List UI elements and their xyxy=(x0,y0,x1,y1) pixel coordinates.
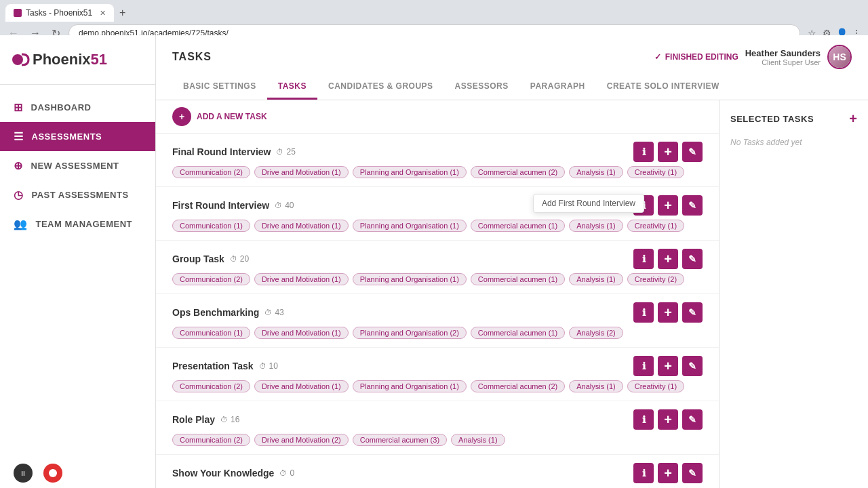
task-tag: Analysis (1) xyxy=(569,166,623,178)
task-item: Show Your Knowledge ⏱ 0 ℹ + ✎ xyxy=(156,455,719,488)
header-top: TASKS ✓ FINISHED EDITING Heather Saunder… xyxy=(172,35,852,75)
record-dot xyxy=(49,469,57,477)
task-edit-btn[interactable]: ✎ xyxy=(682,142,703,162)
tasks-list-panel: + ADD A NEW TASK Final Round Interview ⏱… xyxy=(156,100,719,488)
sidebar-item-dashboard-label: DASHBOARD xyxy=(31,102,92,113)
task-edit-btn[interactable]: ✎ xyxy=(682,195,703,216)
dashboard-icon: ⊞ xyxy=(14,101,23,114)
sidebar-item-past-assessments[interactable]: ◷ PAST ASSESSMENTS xyxy=(0,180,155,209)
tab-bar: Tasks - Phoenix51 ✕ + xyxy=(0,0,868,22)
svg-text:+: + xyxy=(179,111,184,122)
task-info-btn[interactable]: ℹ xyxy=(633,195,654,216)
new-tab-btn[interactable]: + xyxy=(114,4,131,22)
task-name: First Round Interview xyxy=(172,200,269,211)
tooltip-add-first-round: Add First Round Interview xyxy=(533,194,644,213)
main-content: TASKS ✓ FINISHED EDITING Heather Saunder… xyxy=(156,35,868,488)
task-actions: ℹ + ✎ xyxy=(633,463,703,483)
task-header: Ops Benchmarking ⏱ 43 ℹ + ✎ xyxy=(172,302,703,323)
task-tag: Planning and Organisation (2) xyxy=(353,327,467,339)
selected-tasks-add-icon[interactable]: + xyxy=(849,111,857,127)
task-tag: Drive and Motivation (1) xyxy=(254,380,349,392)
tab-tasks[interactable]: TASKS xyxy=(267,75,317,100)
task-info-btn[interactable]: ℹ xyxy=(633,302,654,323)
task-tag: Communication (1) xyxy=(172,327,250,339)
task-duration: 43 xyxy=(275,308,283,317)
task-tag: Commercial acumen (2) xyxy=(471,380,565,392)
task-tag: Commercial acumen (1) xyxy=(471,327,565,339)
add-task-btn[interactable]: + ADD A NEW TASK xyxy=(172,107,267,126)
task-add-btn[interactable]: + xyxy=(658,195,678,216)
task-tag: Planning and Organisation (1) xyxy=(353,380,467,392)
task-add-btn[interactable]: + xyxy=(658,249,678,269)
tab-assessors[interactable]: ASSESSORS xyxy=(444,75,519,100)
sidebar-item-assessments[interactable]: ☰ ASSESSMENTS xyxy=(0,122,155,151)
task-edit-btn[interactable]: ✎ xyxy=(682,249,703,269)
task-tag: Creativity (1) xyxy=(627,166,684,178)
record-btn[interactable] xyxy=(43,464,62,483)
page-title-text: TASKS xyxy=(172,51,212,62)
task-tag: Commercial acumen (1) xyxy=(471,220,565,232)
task-edit-btn[interactable]: ✎ xyxy=(682,463,703,483)
task-edit-btn[interactable]: ✎ xyxy=(682,302,703,323)
clock-icon: ⏱ xyxy=(279,469,287,477)
task-info-btn[interactable]: ℹ xyxy=(633,142,654,162)
task-tag: Communication (2) xyxy=(172,166,250,178)
task-tag: Planning and Organisation (1) xyxy=(353,273,467,285)
active-tab[interactable]: Tasks - Phoenix51 ✕ xyxy=(5,4,114,22)
task-tag: Communication (2) xyxy=(172,434,250,446)
task-add-btn[interactable]: + xyxy=(658,409,678,430)
task-add-btn[interactable]: + xyxy=(658,356,678,376)
selected-panel: SELECTED TASKS + No Tasks added yet xyxy=(719,100,868,488)
task-add-btn[interactable]: + xyxy=(658,463,678,483)
user-name: Heather Saunders xyxy=(745,48,821,58)
task-actions: ℹ + ✎ xyxy=(633,356,703,376)
task-tags: Communication (2)Drive and Motivation (1… xyxy=(172,380,703,392)
task-edit-btn[interactable]: ✎ xyxy=(682,409,703,430)
sidebar-item-dashboard[interactable]: ⊞ DASHBOARD xyxy=(0,93,155,122)
finished-editing-btn[interactable]: ✓ FINISHED EDITING xyxy=(654,52,738,62)
task-tags: Communication (2)Drive and Motivation (1… xyxy=(172,166,703,178)
clock-icon: ⏱ xyxy=(276,148,283,156)
tab-basic-settings[interactable]: BASIC SETTINGS xyxy=(172,75,267,100)
task-add-btn[interactable]: + xyxy=(658,142,678,162)
pause-icon: ⏸ xyxy=(20,470,26,477)
task-name: Group Task xyxy=(172,253,224,264)
task-tag: Drive and Motivation (1) xyxy=(254,327,349,339)
task-tag: Creativity (1) xyxy=(627,380,684,392)
play-pause-btn[interactable]: ⏸ xyxy=(14,464,33,483)
task-title-row: Role Play ⏱ 16 xyxy=(172,414,239,425)
task-tag: Analysis (1) xyxy=(569,220,623,232)
task-tag: Drive and Motivation (1) xyxy=(254,166,349,178)
task-actions: ℹ + ✎ Add First Round Interview xyxy=(633,195,703,216)
task-meta: ⏱ 16 xyxy=(220,415,239,424)
task-info-btn[interactable]: ℹ xyxy=(633,409,654,430)
task-info-btn[interactable]: ℹ xyxy=(633,463,654,483)
tab-candidates-groups[interactable]: CANDIDATES & GROUPS xyxy=(317,75,444,100)
task-info-btn[interactable]: ℹ xyxy=(633,356,654,376)
sidebar-item-new-assessment[interactable]: ⊕ NEW ASSESSMENT xyxy=(0,151,155,180)
tab-title: Tasks - Phoenix51 xyxy=(26,8,92,18)
tab-close-btn[interactable]: ✕ xyxy=(100,9,106,18)
clock-icon: ⏱ xyxy=(230,255,237,263)
task-tag: Drive and Motivation (1) xyxy=(254,220,349,232)
task-info-btn[interactable]: ℹ xyxy=(633,249,654,269)
task-duration: 0 xyxy=(290,468,294,478)
task-duration: 25 xyxy=(286,147,295,157)
sidebar-item-team-management[interactable]: 👥 TEAM MANAGEMENT xyxy=(0,209,155,239)
tab-paragraph[interactable]: PARAGRAPH xyxy=(519,75,596,100)
task-item: Ops Benchmarking ⏱ 43 ℹ + ✎ Communicatio… xyxy=(156,294,719,348)
sidebar-item-team-management-label: TEAM MANAGEMENT xyxy=(36,219,133,229)
avatar[interactable]: HS xyxy=(827,45,852,69)
task-tag: Analysis (1) xyxy=(451,434,505,446)
no-tasks-text: No Tasks added yet xyxy=(730,138,857,147)
check-icon: ✓ xyxy=(654,52,661,62)
task-tag: Analysis (2) xyxy=(569,327,623,339)
task-title-row: Final Round Interview ⏱ 25 xyxy=(172,146,296,157)
task-add-btn[interactable]: + xyxy=(658,302,678,323)
team-management-icon: 👥 xyxy=(14,218,28,230)
tab-create-solo-interview[interactable]: CREATE SOLO INTERVIEW xyxy=(596,75,730,100)
task-edit-btn[interactable]: ✎ xyxy=(682,356,703,376)
logo-icon xyxy=(11,49,33,70)
task-meta: ⏱ 40 xyxy=(275,201,294,210)
task-tags: Communication (1)Drive and Motivation (1… xyxy=(172,220,703,232)
